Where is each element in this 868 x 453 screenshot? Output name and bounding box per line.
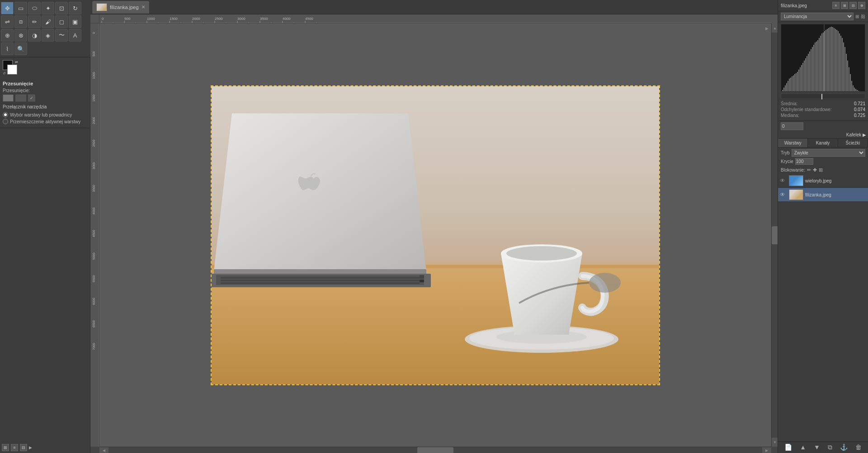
svg-text:500: 500 bbox=[92, 51, 95, 56]
fuzzy-select-tool[interactable]: ✦ bbox=[42, 2, 54, 14]
tab-sciezki[interactable]: Ścieżki bbox=[838, 139, 868, 147]
radio-active-layer[interactable]: Przemieszczenie aktywnej warstwy bbox=[3, 119, 87, 124]
mode-icon[interactable]: ⊞ bbox=[2, 444, 9, 451]
lock-all-icon[interactable]: ⊞ bbox=[819, 167, 823, 173]
layer-down-icon[interactable]: ▼ bbox=[814, 444, 820, 451]
svg-rect-114 bbox=[849, 67, 849, 91]
tab-filizanka[interactable]: filizanka.jpeg ✕ bbox=[92, 1, 149, 14]
tryb-select[interactable]: Zwykłe bbox=[792, 149, 865, 157]
blocking-row: Blokowanie: ✏ ✚ ⊞ bbox=[778, 166, 868, 174]
tab-kanaly[interactable]: Kanały bbox=[808, 139, 838, 147]
hist-icon-2[interactable]: ⊞ bbox=[841, 2, 848, 9]
scrollbar-thumb-h[interactable] bbox=[417, 447, 453, 453]
luminance-select[interactable]: Luminancja bbox=[781, 13, 854, 20]
delete-layer-icon[interactable]: 🗑 bbox=[855, 444, 862, 451]
scroll-left-btn[interactable]: ◀ bbox=[99, 447, 108, 453]
paint-tool[interactable]: 🖌 bbox=[42, 15, 54, 28]
heal-tool[interactable]: ⊗ bbox=[14, 29, 27, 42]
svg-text:4500: 4500 bbox=[305, 17, 313, 21]
clone-tool[interactable]: ⊕ bbox=[1, 29, 14, 42]
layer-item-whale[interactable]: 👁 wieloryb.jpeg bbox=[778, 174, 868, 188]
visibility-icon-cup[interactable]: 👁 bbox=[780, 191, 787, 198]
luminance-row: Luminancja ⊞ ⛓ bbox=[778, 11, 868, 22]
radio-layer-or-guide[interactable]: Wybór warstwy lub prowadnicy bbox=[3, 112, 87, 117]
smudge-tool[interactable]: 〜 bbox=[55, 29, 68, 42]
add-layer-icon[interactable]: 📄 bbox=[784, 444, 792, 451]
dodge-tool[interactable]: ◑ bbox=[28, 29, 41, 42]
hist-icon-3[interactable]: ⊟ bbox=[849, 2, 857, 9]
expand-icon[interactable]: ⊞ bbox=[855, 14, 859, 19]
hist-icon-4[interactable]: ⊕ bbox=[858, 2, 865, 9]
right-bottom-toolbar: 📄 ▲ ▼ ⧉ ⚓ 🗑 bbox=[778, 441, 868, 453]
pencil-tool[interactable]: ✏ bbox=[28, 15, 41, 28]
main-area: filizanka.jpeg ✕ 0 500 1000 bbox=[90, 0, 778, 453]
hist-icon-1[interactable]: ≡ bbox=[832, 2, 840, 9]
layer-thumb-cup bbox=[789, 189, 803, 200]
svg-text:2500: 2500 bbox=[215, 17, 223, 21]
svg-text:4000: 4000 bbox=[92, 207, 95, 215]
lock-position-icon[interactable]: ✏ bbox=[807, 167, 811, 173]
transform-tool[interactable]: ↻ bbox=[69, 2, 81, 14]
svg-rect-89 bbox=[815, 42, 816, 91]
histogram-header: filizanka.jpeg ≡ ⊞ ⊟ ⊕ bbox=[778, 0, 868, 11]
horizontal-scrollbar[interactable]: ◀ ▶ bbox=[99, 447, 771, 453]
tab-close-button[interactable]: ✕ bbox=[142, 5, 145, 9]
svg-text:0: 0 bbox=[92, 32, 95, 34]
duplicate-layer-icon[interactable]: ⧉ bbox=[828, 444, 832, 451]
swap-colors-icon[interactable]: ⇄ bbox=[15, 60, 18, 64]
text-tool[interactable]: A bbox=[69, 29, 81, 42]
svg-text:6500: 6500 bbox=[92, 320, 95, 327]
histogram-slider-thumb[interactable] bbox=[821, 94, 822, 99]
tab-warstwy[interactable]: Warstwy bbox=[778, 139, 808, 147]
svg-text:1000: 1000 bbox=[92, 72, 95, 79]
krycie-input[interactable] bbox=[795, 158, 813, 165]
histogram-input[interactable]: 0 bbox=[781, 122, 803, 130]
svg-rect-116 bbox=[851, 81, 852, 91]
scroll-up-btn[interactable]: ▲ bbox=[772, 23, 778, 33]
scrollbar-thumb-v[interactable] bbox=[772, 226, 778, 244]
svg-point-63 bbox=[589, 273, 621, 293]
path-tool[interactable]: ⌇ bbox=[1, 42, 14, 55]
svg-rect-72 bbox=[792, 76, 793, 91]
visibility-icon-whale[interactable]: 👁 bbox=[780, 177, 787, 184]
align-tool[interactable]: ⧈ bbox=[14, 15, 27, 28]
anchor-layer-icon[interactable]: ⚓ bbox=[840, 444, 848, 451]
sharpen-tool[interactable]: ◈ bbox=[42, 29, 54, 42]
scroll-down-btn[interactable]: ▼ bbox=[772, 438, 778, 447]
svg-rect-103 bbox=[834, 28, 835, 91]
crop-tool[interactable]: ⊡ bbox=[55, 2, 68, 14]
scroll-right-btn[interactable]: ▶ bbox=[762, 447, 771, 453]
histogram-svg bbox=[781, 24, 865, 91]
kafelek-label[interactable]: Kafelek ▶ bbox=[778, 131, 868, 138]
lasso-tool[interactable]: ⬭ bbox=[28, 2, 41, 14]
svg-rect-83 bbox=[807, 56, 807, 91]
svg-rect-109 bbox=[842, 38, 843, 91]
svg-text:500: 500 bbox=[124, 17, 131, 21]
layer-item-cup[interactable]: 👁 filizanka.jpeg bbox=[778, 188, 868, 202]
srednia-val: 0.721 bbox=[854, 101, 865, 106]
vertical-scrollbar[interactable]: ▲ ▼ bbox=[771, 23, 778, 447]
background-color[interactable] bbox=[7, 65, 17, 75]
layer-up-icon[interactable]: ▲ bbox=[800, 444, 806, 451]
channels-icon[interactable]: ≡ bbox=[11, 444, 18, 451]
svg-text:5500: 5500 bbox=[92, 275, 95, 282]
layer-name-cup: filizanka.jpeg bbox=[805, 192, 866, 197]
reset-colors-icon[interactable]: ↺ bbox=[3, 71, 6, 75]
paths-icon[interactable]: ⊟ bbox=[20, 444, 27, 451]
lock-move-icon[interactable]: ✚ bbox=[813, 167, 817, 173]
rect-select-tool[interactable]: ▭ bbox=[14, 2, 27, 14]
flip-tool[interactable]: ⇌ bbox=[1, 15, 14, 28]
histogram-slider[interactable] bbox=[781, 93, 865, 99]
fill-tool[interactable]: ▣ bbox=[69, 15, 81, 28]
chain-icon[interactable]: ⛓ bbox=[861, 14, 865, 19]
panel-expand-icon[interactable]: ▶ bbox=[29, 445, 32, 450]
svg-rect-102 bbox=[832, 27, 833, 91]
blokowanie-label: Blokowanie: bbox=[781, 168, 805, 173]
svg-rect-68 bbox=[786, 83, 787, 91]
svg-text:5000: 5000 bbox=[92, 252, 95, 260]
mediana-label: Mediana: bbox=[781, 113, 799, 118]
eraser-tool[interactable]: ◻ bbox=[55, 15, 68, 28]
move-tool[interactable]: ✥ bbox=[1, 2, 14, 14]
svg-text:2500: 2500 bbox=[92, 140, 95, 147]
zoom-tool[interactable]: 🔍 bbox=[14, 42, 27, 55]
